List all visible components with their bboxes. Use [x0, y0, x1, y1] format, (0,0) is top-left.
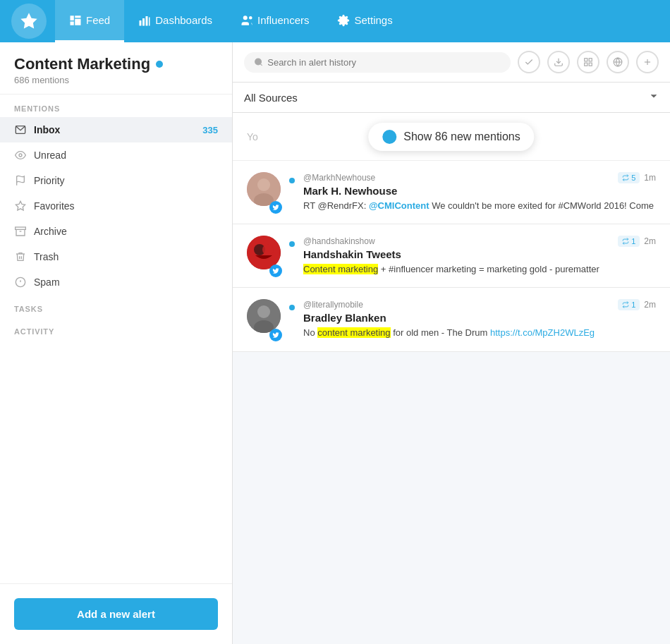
sidebar-item-unread[interactable]: Unread [0, 142, 232, 168]
mention-handle: @literallymobile [303, 300, 363, 310]
chevron-down-icon [649, 91, 659, 104]
mention-text: No content marketing for old men - The D… [303, 327, 656, 339]
mention-dot [289, 178, 295, 183]
mention-body: @MarkhNewhouse 5 1m Mark H. Newhouse RT … [303, 172, 656, 212]
svg-rect-16 [16, 227, 26, 229]
tab-settings[interactable]: Settings [323, 0, 406, 42]
mention-badge: 1 [618, 299, 640, 310]
spam-icon [14, 276, 27, 288]
svg-point-21 [255, 59, 262, 65]
svg-point-37 [262, 244, 274, 255]
svg-rect-24 [585, 59, 587, 61]
sidebar-item-inbox[interactable]: Inbox 335 [0, 117, 232, 142]
filter-label: All Sources [244, 92, 298, 104]
sidebar-header: Content Marketing 686 mentions [0, 42, 232, 95]
logo[interactable] [11, 4, 47, 39]
mention-badge: 1 [618, 236, 640, 247]
tab-feed[interactable]: Feed [55, 0, 124, 42]
mention-body: @literallymobile 1 2m Bradley Blanken No… [303, 299, 656, 339]
avatar-wrap [247, 236, 281, 276]
mention-meta: 1 2m [618, 236, 656, 247]
search-wrap[interactable] [244, 52, 511, 73]
mention-body: @handshakinshow 1 2m Handshakin Tweets C… [303, 236, 656, 276]
content-area: All Sources Yo Show 86 new mentions Yo U… [233, 42, 670, 644]
archive-icon [14, 225, 27, 238]
alert-active-dot [156, 61, 163, 68]
sidebar-item-trash[interactable]: Trash [0, 244, 232, 269]
mention-card[interactable]: @literallymobile 1 2m Bradley Blanken No… [233, 288, 670, 351]
alert-name: Content Marketing [14, 55, 218, 73]
svg-point-10 [249, 16, 252, 20]
mention-header: @handshakinshow 1 2m [303, 236, 656, 247]
search-input[interactable] [267, 57, 501, 68]
mention-time: 1m [644, 173, 656, 183]
svg-marker-15 [16, 201, 25, 210]
mention-time: 2m [644, 300, 656, 310]
mention-text: Content marketing + #influencer marketin… [303, 263, 656, 276]
svg-marker-0 [20, 13, 37, 28]
svg-point-39 [257, 305, 270, 318]
mention-time: 2m [644, 236, 656, 246]
mention-name: Bradley Blanken [303, 312, 656, 324]
mention-name: Handshakin Tweets [303, 248, 656, 260]
svg-rect-7 [146, 16, 148, 26]
mention-handle: @MarkhNewhouse [303, 173, 375, 183]
sidebar-item-archive[interactable]: Archive [0, 219, 232, 244]
tasks-label: TASKS [0, 295, 232, 317]
add-alert-button[interactable]: Add a new alert [14, 598, 218, 630]
globe-button[interactable] [607, 51, 629, 73]
svg-rect-6 [142, 18, 145, 26]
sidebar-item-favorites[interactable]: Favorites [0, 193, 232, 219]
mention-dot [289, 241, 295, 247]
twitter-badge [269, 329, 282, 341]
sidebar-item-priority[interactable]: Priority [0, 168, 232, 193]
banner-faded-text: Yo [247, 131, 258, 142]
feed-area: Yo Show 86 new mentions Yo Upgrade now [233, 113, 670, 644]
checkmark-button[interactable] [518, 51, 540, 73]
mention-handle: @handshakinshow [303, 236, 375, 246]
svg-rect-5 [140, 20, 142, 26]
top-nav: Feed Dashboards Influencers Settings [0, 0, 670, 42]
mention-header: @MarkhNewhouse 5 1m [303, 172, 656, 183]
svg-rect-1 [71, 16, 74, 20]
sidebar-footer: Add a new alert [0, 583, 232, 644]
svg-line-22 [260, 64, 262, 66]
svg-rect-4 [75, 18, 80, 25]
grid-button[interactable] [577, 51, 599, 73]
mention-dot [289, 305, 295, 310]
mention-meta: 5 1m [618, 172, 656, 183]
sidebar: Content Marketing 686 mentions MENTIONS … [0, 42, 233, 644]
download-button[interactable] [547, 51, 570, 73]
svg-rect-27 [589, 63, 592, 66]
filter-row[interactable]: All Sources [233, 83, 670, 113]
svg-rect-26 [585, 63, 587, 66]
star-icon [14, 200, 27, 212]
mention-badge: 5 [618, 172, 640, 183]
search-bar [233, 42, 670, 83]
mentions-section-label: MENTIONS [0, 95, 232, 117]
svg-rect-2 [71, 21, 74, 25]
mention-name: Mark H. Newhouse [303, 185, 656, 197]
mention-card[interactable]: @handshakinshow 1 2m Handshakin Tweets C… [233, 224, 670, 288]
avatar-wrap [247, 299, 281, 339]
tab-influencers[interactable]: Influencers [226, 0, 323, 42]
add-button[interactable] [636, 51, 659, 73]
pill-text: Show 86 new mentions [403, 130, 520, 143]
eye-icon [14, 149, 27, 162]
twitter-badge [269, 265, 282, 277]
pill-dot [382, 130, 396, 144]
search-icon [254, 57, 263, 67]
sidebar-item-spam[interactable]: Spam [0, 269, 232, 295]
trash-icon [14, 250, 27, 263]
main-layout: Content Marketing 686 mentions MENTIONS … [0, 42, 670, 644]
mention-text: RT @RendrFX: @CMIContent We couldn't be … [303, 200, 656, 212]
svg-point-33 [257, 178, 270, 191]
svg-rect-3 [75, 16, 80, 18]
mention-card[interactable]: @MarkhNewhouse 5 1m Mark H. Newhouse RT … [233, 161, 670, 224]
twitter-badge [269, 201, 282, 214]
avatar-wrap [247, 172, 281, 212]
new-mentions-pill[interactable]: Show 86 new mentions [368, 123, 534, 151]
inbox-icon [14, 123, 27, 136]
tab-dashboards[interactable]: Dashboards [124, 0, 226, 42]
activity-label: ACTIVITY [0, 317, 232, 340]
